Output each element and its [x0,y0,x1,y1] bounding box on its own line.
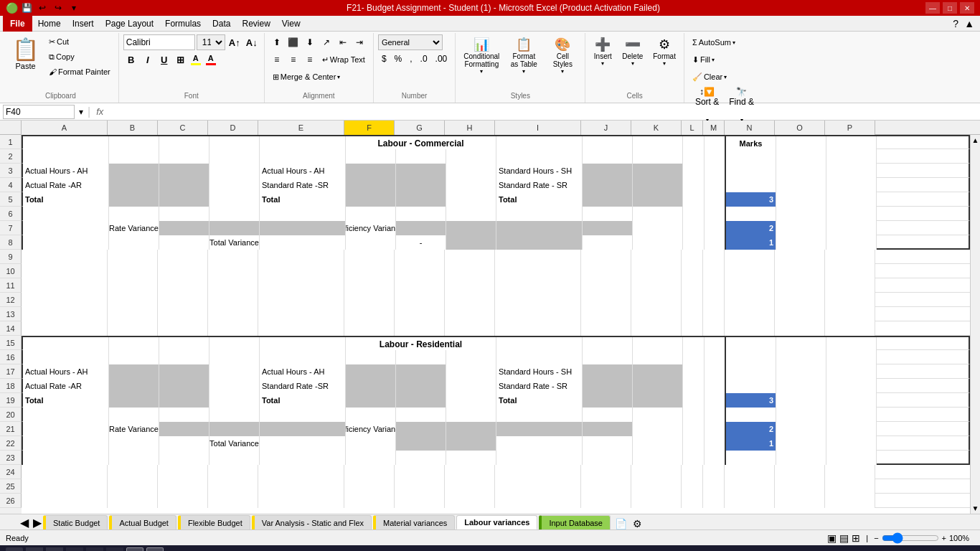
cell-m22[interactable] [705,436,726,451]
cell-l14[interactable] [682,321,703,336]
cell-o19[interactable] [776,393,826,408]
increase-decimal-button[interactable]: .0 [417,52,431,66]
cell-k10[interactable] [631,264,682,278]
cell-l22[interactable] [683,436,705,451]
cell-g23[interactable] [396,451,446,465]
cell-f5[interactable] [346,192,396,207]
cell-c6[interactable] [159,207,209,221]
row-10[interactable]: 10 [0,264,22,278]
add-sheet-button[interactable]: 📄 [612,518,630,529]
cell-i22[interactable] [496,436,583,451]
cell-f19[interactable] [346,393,396,408]
sheet-view-layout[interactable]: ▤ [839,532,849,544]
autosum-dropdown-arrow[interactable]: ▾ [732,39,735,46]
cell-a1[interactable] [23,136,109,151]
row-1[interactable]: 1 [0,135,22,149]
cell-b9[interactable] [108,250,158,264]
cell-n8[interactable]: 1 [726,235,776,250]
cell-c19[interactable] [159,393,209,408]
merge-dropdown-arrow[interactable]: ▾ [337,74,340,80]
cell-o17[interactable] [776,364,826,379]
cell-b4[interactable] [109,178,159,192]
cell-h19[interactable] [446,393,496,408]
col-header-c[interactable]: C [158,121,208,135]
col-header-h[interactable]: H [445,121,495,135]
col-header-f[interactable]: F [344,121,395,135]
text-angle-button[interactable]: ↗ [319,34,334,50]
cell-m21[interactable] [705,422,726,436]
cell-e10[interactable] [258,264,344,278]
cell-i2[interactable] [496,149,583,164]
fill-dropdown-arrow[interactable]: ▾ [712,57,715,63]
cell-n6[interactable] [726,207,776,221]
zoom-out-button[interactable]: − [874,534,878,542]
cell-l21[interactable] [683,422,705,436]
cell-l20[interactable] [683,408,705,422]
cell-i4[interactable]: Standard Rate - SR [496,178,583,192]
cell-e19[interactable]: Total [260,393,346,408]
cell-l1[interactable] [683,136,705,151]
paste-button[interactable]: 📋 Paste [7,34,44,72]
cell-d18[interactable] [209,379,260,393]
cell-n7[interactable]: 2 [726,221,776,235]
cell-b2[interactable] [109,149,159,164]
conditional-dropdown-arrow[interactable]: ▾ [480,68,483,75]
row-24[interactable]: 24 [0,465,22,479]
cell-e23[interactable] [260,451,346,465]
cell-e6[interactable] [260,207,346,221]
cell-l9[interactable] [682,250,703,264]
cell-n11[interactable] [725,278,775,293]
cell-i14[interactable] [495,321,581,336]
clear-button[interactable]: 🧹 Clear ▾ [689,69,730,85]
cell-m7[interactable] [705,221,726,235]
cell-i18[interactable]: Standard Rate - SR [496,379,583,393]
cell-l26[interactable] [682,494,703,508]
cell-a23[interactable] [23,451,109,465]
cell-d5[interactable] [209,192,260,207]
cell-m23[interactable] [705,451,726,465]
cell-o26[interactable] [775,494,825,508]
cell-h24[interactable] [445,465,495,479]
decrease-font-button[interactable]: A↓ [244,34,260,50]
cell-ref-dropdown[interactable]: ▾ [77,107,85,117]
cell-a11[interactable] [22,278,108,293]
col-header-e[interactable]: E [258,121,344,135]
cell-p8[interactable] [826,235,877,250]
cell-o10[interactable] [775,264,825,278]
cell-g2[interactable] [396,149,446,164]
minimize-button[interactable]: — [925,2,940,14]
cell-e16[interactable] [260,350,346,364]
cell-n26[interactable] [725,494,775,508]
cell-m9[interactable] [703,250,725,264]
cell-c9[interactable] [158,250,208,264]
cell-d26[interactable] [208,494,258,508]
format-cells-button[interactable]: ⚙ Format ▾ [649,34,679,69]
cell-e7[interactable] [260,221,346,235]
cell-o24[interactable] [775,465,825,479]
cell-j2[interactable] [583,149,633,164]
chrome-button[interactable]: 🔵 [106,547,123,551]
row-20[interactable]: 20 [0,408,22,422]
cell-e9[interactable] [258,250,344,264]
cell-n14[interactable] [725,321,775,336]
cell-h11[interactable] [445,278,495,293]
zoom-in-button[interactable]: + [942,534,946,542]
cell-g22[interactable] [396,436,446,451]
cell-d7[interactable] [209,221,260,235]
cell-o23[interactable] [776,451,826,465]
cell-h25[interactable] [445,479,495,494]
cell-p13[interactable] [825,307,875,321]
row-14[interactable]: 14 [0,321,22,336]
cell-g13[interactable] [395,307,445,321]
cell-o8[interactable] [776,235,826,250]
edge-button[interactable]: 🌐 [86,547,103,551]
cell-d21[interactable] [209,422,260,436]
cell-h10[interactable] [445,264,495,278]
cell-a15[interactable] [23,337,109,352]
cell-j14[interactable] [581,321,631,336]
cell-f4[interactable] [346,178,396,192]
cell-n13[interactable] [725,307,775,321]
cell-e4[interactable]: Standard Rate -SR [260,178,346,192]
cell-b13[interactable] [108,307,158,321]
cell-i16[interactable] [496,350,583,364]
